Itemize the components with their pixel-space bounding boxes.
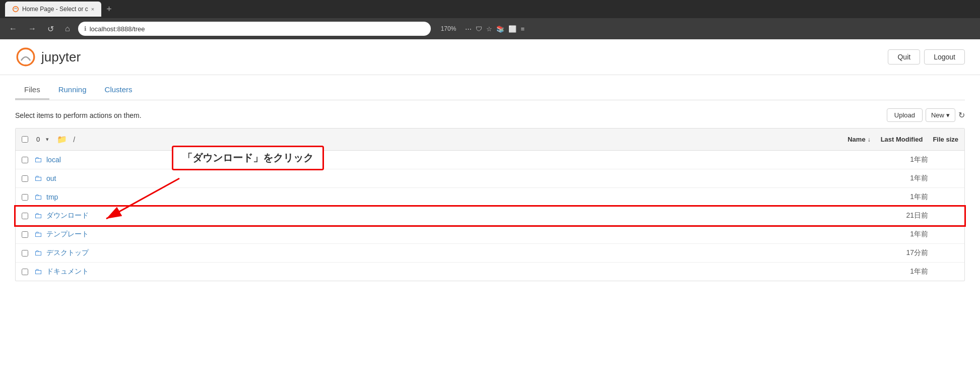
path-folder-icon: 📁 <box>57 135 67 144</box>
file-table-header-right: Name ↓ Last Modified File size <box>847 136 958 143</box>
lock-icon: ℹ <box>84 25 87 32</box>
folder-icon: 🗀 <box>34 230 42 239</box>
path-slash: / <box>73 136 75 144</box>
col-modified-header[interactable]: Last Modified <box>881 136 923 143</box>
menu-icon[interactable]: ≡ <box>520 25 525 33</box>
refresh-button[interactable]: ↺ <box>44 22 57 36</box>
action-bar-right: Upload New ▾ ↻ <box>887 108 965 122</box>
new-button[interactable]: New ▾ <box>926 108 955 122</box>
file-name-link[interactable]: local <box>46 156 868 164</box>
window-icon[interactable]: ⬜ <box>508 25 516 33</box>
file-table-header: 0 ▾ 📁 / Name ↓ Last Modified File size <box>16 129 964 151</box>
row-checkbox[interactable] <box>22 194 28 201</box>
file-modified: 1年前 <box>868 230 928 239</box>
col-name-header[interactable]: Name ↓ <box>847 136 870 143</box>
jupyter-logo-text: jupyter <box>41 49 81 65</box>
jupyter-logo-icon <box>15 46 36 68</box>
row-checkbox[interactable] <box>22 157 28 163</box>
address-text: localhost:8888/tree <box>90 25 145 33</box>
file-row[interactable]: 🗀 デスクトップ 17分前 <box>16 244 964 263</box>
browser-tab-active[interactable]: Home Page - Select or c × <box>5 2 101 17</box>
file-name-link[interactable]: ドキュメント <box>46 267 868 276</box>
tab-files[interactable]: Files <box>15 80 49 100</box>
shield-icon: 🛡 <box>476 25 482 33</box>
sort-arrow-icon: ↓ <box>868 136 871 143</box>
folder-icon: 🗀 <box>34 155 42 164</box>
select-all-checkbox[interactable] <box>22 136 28 143</box>
address-bar[interactable]: ℹ localhost:8888/tree <box>78 22 431 36</box>
folder-icon: 🗀 <box>34 193 42 202</box>
file-modified: 17分前 <box>868 248 928 258</box>
file-name-link[interactable]: デスクトップ <box>46 248 868 258</box>
new-tab-button[interactable]: + <box>103 4 115 15</box>
row-checkbox[interactable] <box>22 269 28 275</box>
tab-title: Home Page - Select or c <box>22 6 88 13</box>
file-modified: 1年前 <box>868 155 928 164</box>
bookmarks-icon[interactable]: 📚 <box>496 25 504 33</box>
action-bar-instruction: Select items to perform actions on them. <box>15 111 142 119</box>
file-rows-container: 「ダウンロード」をクリック 🗀 local 1年前 🗀 <box>16 151 964 281</box>
tab-running[interactable]: Running <box>49 80 96 100</box>
file-table-header-left: 0 ▾ 📁 / <box>22 135 847 144</box>
folder-icon: 🗀 <box>34 174 42 183</box>
file-row[interactable]: 🗀 out 1年前 <box>16 169 964 188</box>
row-checkbox[interactable] <box>22 213 28 219</box>
file-name-link[interactable]: out <box>46 174 868 182</box>
folder-icon: 🗀 <box>34 211 42 220</box>
svg-point-0 <box>13 7 19 12</box>
logout-button[interactable]: Logout <box>924 49 965 65</box>
col-size-header[interactable]: File size <box>933 136 958 143</box>
star-icon[interactable]: ☆ <box>486 25 492 33</box>
action-bar: Select items to perform actions on them.… <box>15 108 965 122</box>
tab-favicon <box>12 6 19 13</box>
header-buttons: Quit Logout <box>888 49 965 65</box>
forward-button[interactable]: → <box>25 22 39 35</box>
file-row[interactable]: 🗀 local 1年前 <box>16 151 964 169</box>
main-content: Files Running Clusters Select items to p… <box>0 75 980 286</box>
jupyter-header: jupyter Quit Logout <box>0 39 980 75</box>
upload-button[interactable]: Upload <box>887 108 923 122</box>
back-button[interactable]: ← <box>6 22 20 35</box>
file-row[interactable]: 🗀 ドキュメント 1年前 <box>16 263 964 281</box>
count-dropdown-icon[interactable]: ▾ <box>46 136 49 143</box>
file-modified: 1年前 <box>868 267 928 276</box>
tab-bar: Home Page - Select or c × + <box>5 2 115 17</box>
tab-close-icon[interactable]: × <box>91 6 94 12</box>
quit-button[interactable]: Quit <box>888 49 920 65</box>
file-table: 0 ▾ 📁 / Name ↓ Last Modified File size 「… <box>15 128 965 281</box>
file-name-link[interactable]: テンプレート <box>46 230 868 239</box>
file-modified: 1年前 <box>868 193 928 202</box>
browser-chrome: Home Page - Select or c × + <box>0 0 980 18</box>
file-modified: 1年前 <box>868 174 928 183</box>
tab-clusters[interactable]: Clusters <box>96 80 142 100</box>
home-button[interactable]: ⌂ <box>62 22 73 35</box>
row-checkbox[interactable] <box>22 250 28 257</box>
row-checkbox[interactable] <box>22 231 28 238</box>
tabs-bar: Files Running Clusters <box>15 80 965 100</box>
file-modified: 21日前 <box>868 211 928 220</box>
zoom-indicator: 170% <box>441 25 456 32</box>
folder-icon: 🗀 <box>34 267 42 276</box>
file-row[interactable]: 🗀 テンプレート 1年前 <box>16 225 964 244</box>
row-checkbox[interactable] <box>22 175 28 182</box>
file-name-link[interactable]: tmp <box>46 193 868 201</box>
refresh-files-icon[interactable]: ↻ <box>958 110 965 120</box>
jupyter-logo: jupyter <box>15 46 81 68</box>
file-row[interactable]: 🗀 tmp 1年前 <box>16 188 964 207</box>
file-row[interactable]: 🗀 ダウンロード 21日前 <box>16 207 964 225</box>
nav-right-icons: ⋯ 🛡 ☆ 📚 ⬜ ≡ <box>465 25 525 33</box>
folder-icon: 🗀 <box>34 248 42 258</box>
file-name-link[interactable]: ダウンロード <box>46 211 868 220</box>
extensions-icon[interactable]: ⋯ <box>465 25 472 33</box>
nav-bar: ← → ↺ ⌂ ℹ localhost:8888/tree 170% ⋯ 🛡 ☆… <box>0 18 980 39</box>
selected-count: 0 <box>36 136 40 143</box>
